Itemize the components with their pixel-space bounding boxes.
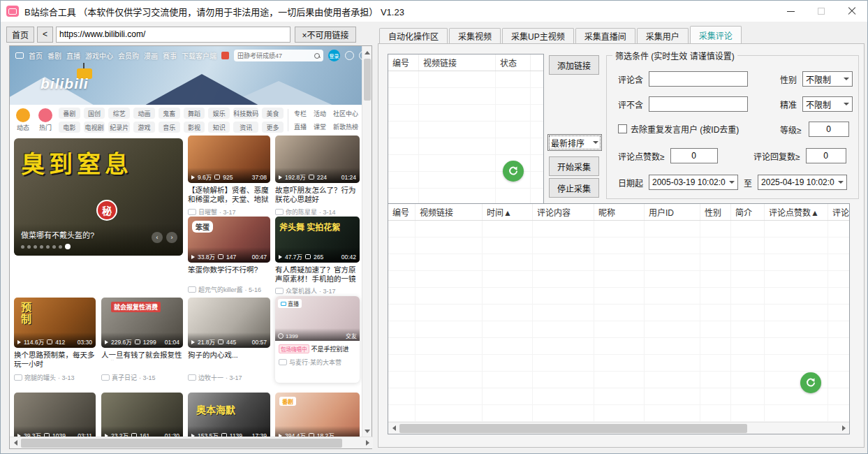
chip-tech[interactable]: 科技数码: [233, 108, 258, 119]
chip-movie[interactable]: 电影: [59, 122, 80, 133]
chip-music[interactable]: 音乐: [159, 122, 180, 133]
tab-collect-liverooms[interactable]: 采集直播间: [575, 28, 635, 43]
invalid-link-button[interactable]: ×不可用链接: [295, 27, 356, 43]
nav-home[interactable]: 首页: [29, 50, 43, 61]
tab-automation[interactable]: 自动化操作区: [379, 28, 448, 43]
site-search-box[interactable]: 田静考研成绩47: [234, 50, 323, 61]
comments-col-userid[interactable]: 用户ID: [645, 204, 700, 220]
video-uploader[interactable]: 众擎机器人3-17: [275, 286, 360, 295]
horizontal-scroll-thumb[interactable]: [399, 424, 747, 433]
login-button[interactable]: 登录: [328, 50, 340, 61]
live-card[interactable]: 直播 1399交友 包场嗨唱中 不是手控别进 与麦行·某的大本营: [275, 296, 360, 383]
comments-col-bio[interactable]: 简介: [731, 204, 765, 220]
tab-collect-up-videos[interactable]: 采集UP主视频: [502, 28, 574, 43]
nav-live[interactable]: 直播: [66, 50, 80, 61]
scroll-right-button[interactable]: [838, 423, 849, 434]
video-uploader[interactable]: 超元气的killer酱5-16: [188, 285, 270, 294]
links-col-id[interactable]: 编号: [388, 54, 419, 71]
video-card-thumbnail[interactable]: 9.6万92537:08: [188, 136, 270, 183]
comments-col-nickname[interactable]: 昵称: [594, 204, 645, 220]
chip-knowledge[interactable]: 知识: [208, 122, 230, 133]
gender-select[interactable]: 不限制: [802, 71, 853, 87]
chip-variety[interactable]: 综艺: [108, 108, 130, 119]
live-uploader[interactable]: 与麦行·某的大本营: [275, 353, 360, 367]
carousel-dots[interactable]: [21, 244, 71, 249]
links-col-url[interactable]: 视频链接: [419, 54, 496, 71]
comments-table-body[interactable]: [388, 221, 849, 422]
message-icon[interactable]: [359, 51, 362, 60]
link-ranking[interactable]: 新歌热榜: [333, 122, 358, 131]
video-card-thumbnail[interactable]: 39.3万103903:11: [14, 393, 96, 437]
video-card-thumbnail[interactable]: 21.8万44500:57: [188, 298, 270, 348]
comment-contains-input[interactable]: [649, 71, 748, 87]
video-card-thumbnail[interactable]: 预制 114.6万41203:30: [14, 298, 96, 348]
video-card-thumbnail[interactable]: 就会报复性消费 229.6万129901:04: [101, 298, 183, 348]
video-card-thumbnail[interactable]: 23.2万16101:30: [101, 393, 183, 437]
chip-dance[interactable]: 舞蹈: [184, 108, 205, 119]
video-title[interactable]: 【逐帧解析】贤者、恶魔和稀蛋之眼，天堂、地狱与人间【鬼妈妈...: [188, 186, 270, 205]
tab-collect-users[interactable]: 采集用户: [637, 28, 689, 43]
video-title[interactable]: 故意吓朋友怎么了？行为朕花心思越好: [275, 186, 360, 205]
comments-col-gender[interactable]: 性别: [700, 204, 731, 220]
vip-icon[interactable]: [345, 51, 354, 60]
browser-vertical-scrollbar[interactable]: [362, 46, 372, 437]
date-from-picker[interactable]: 2005-03-19 10:02:0: [649, 175, 738, 190]
chip-cinephile[interactable]: 影视: [184, 122, 205, 133]
horizontal-scroll-thumb[interactable]: [21, 439, 342, 448]
replies-input[interactable]: [806, 148, 846, 163]
scroll-right-button[interactable]: [362, 437, 373, 448]
back-button[interactable]: <: [37, 27, 53, 43]
video-uploader[interactable]: 真子日记3-15: [101, 373, 183, 382]
video-title[interactable]: 换个思路预制菜，每天多玩一小时: [14, 351, 96, 369]
maximize-button[interactable]: [806, 1, 837, 22]
likes-input[interactable]: [670, 148, 718, 163]
chip-more[interactable]: 更多: [262, 122, 284, 133]
tab-collect-comments[interactable]: 采集评论: [690, 26, 742, 43]
video-uploader[interactable]: 你的陈星星3-14: [275, 207, 360, 217]
bilibili-logo[interactable]: bilibili: [41, 75, 89, 92]
nav-download-client[interactable]: 下载客户端: [182, 50, 216, 61]
carousel-card[interactable]: 臭到窒息 秘 做菜哪有不戴头盔的? ‹ ›: [14, 138, 183, 256]
date-to-picker[interactable]: 2025-04-19 10:02:0: [758, 175, 847, 190]
video-title[interactable]: 笨蛋你数学行不行啊?: [188, 265, 270, 275]
sort-order-select[interactable]: 最新排序: [547, 134, 602, 151]
feed-dynamic[interactable]: 动态: [14, 108, 32, 132]
links-col-status[interactable]: 状态: [496, 54, 531, 71]
chip-animation[interactable]: 动画: [133, 108, 155, 119]
link-column[interactable]: 专栏: [294, 109, 307, 118]
close-button[interactable]: [837, 1, 867, 22]
chip-news[interactable]: 资讯: [233, 122, 258, 133]
minimize-button[interactable]: [775, 1, 806, 22]
video-card-thumbnail[interactable]: 奥本海默 153.5万113917:39: [188, 393, 270, 437]
video-card-thumbnail[interactable]: 番剧 394.4万18.2万: [275, 393, 360, 437]
nav-game-center[interactable]: 游戏中心: [85, 50, 113, 61]
video-card-thumbnail[interactable]: 192.8万22401:24: [275, 136, 360, 183]
comments-col-content[interactable]: 评论内容: [533, 204, 594, 220]
refresh-links-button[interactable]: [503, 161, 524, 182]
video-title[interactable]: 人一旦有钱了就会报复性消费: [101, 351, 183, 360]
link-activity[interactable]: 活动: [314, 109, 326, 118]
chip-bangumi[interactable]: 番剧: [59, 108, 80, 119]
link-class[interactable]: 课堂: [314, 122, 326, 131]
scroll-left-button[interactable]: [10, 437, 21, 448]
comments-col-replies[interactable]: 评论: [828, 204, 849, 220]
scroll-left-button[interactable]: [388, 423, 399, 434]
carousel-next-button[interactable]: ›: [166, 232, 177, 243]
nav-mall[interactable]: 会员购: [118, 50, 139, 61]
nav-manga[interactable]: 漫画: [144, 50, 158, 61]
link-live[interactable]: 直播: [294, 122, 307, 131]
vertical-scroll-thumb[interactable]: [364, 59, 371, 101]
add-link-button[interactable]: 添加链接: [549, 55, 599, 75]
scroll-down-button[interactable]: [362, 425, 373, 437]
chip-guochuang[interactable]: 国创: [84, 108, 105, 119]
tab-collect-video[interactable]: 采集视频: [449, 28, 501, 43]
video-card-thumbnail[interactable]: 斧头舞 实拍花絮 47.7万26500:42: [275, 217, 360, 263]
comments-col-time[interactable]: 时间▲: [483, 204, 533, 220]
links-table-body[interactable]: [388, 71, 543, 207]
scroll-up-button[interactable]: [362, 47, 373, 58]
chip-food[interactable]: 美食: [262, 108, 284, 119]
chip-documentary[interactable]: 纪录片: [108, 122, 130, 133]
home-button[interactable]: 首页: [6, 27, 34, 43]
chip-tv[interactable]: 电视剧: [84, 122, 105, 133]
nav-esports[interactable]: 赛事: [163, 50, 177, 61]
